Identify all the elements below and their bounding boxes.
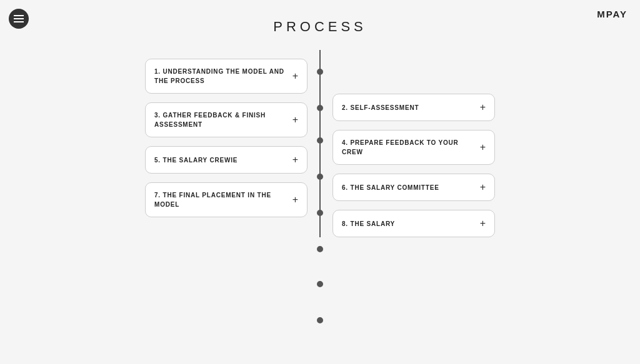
process-layout: 1. UNDERSTANDING THE MODEL AND THE PROCE…	[145, 50, 495, 237]
card-plus-icon: +	[292, 71, 298, 82]
card-label: 1. UNDERSTANDING THE MODEL AND THE PROCE…	[154, 67, 288, 86]
card-label: 4. PREPARE FEEDBACK TO YOUR CREW	[342, 138, 475, 157]
process-card-card-7[interactable]: 7. THE FINAL PLACEMENT IN THE MODEL +	[145, 182, 308, 217]
card-label: 7. THE FINAL PLACEMENT IN THE MODEL	[154, 190, 288, 209]
card-plus-icon: +	[292, 194, 298, 205]
process-card-card-6[interactable]: 6. THE SALARY COMMITTEE +	[332, 174, 495, 201]
card-plus-icon: +	[480, 182, 486, 193]
timeline-dot-4	[317, 174, 323, 180]
card-label: 6. THE SALARY COMMITTEE	[342, 183, 475, 192]
svg-rect-1	[14, 18, 24, 19]
process-card-card-2[interactable]: 2. SELF-ASSESSMENT +	[332, 94, 495, 121]
timeline-line	[319, 50, 321, 237]
page-title: PROCESS	[0, 19, 640, 35]
right-column: 2. SELF-ASSESSMENT + 4. PREPARE FEEDBACK…	[320, 50, 495, 237]
logo: MPAY	[597, 9, 628, 19]
process-card-card-1[interactable]: 1. UNDERSTANDING THE MODEL AND THE PROCE…	[145, 59, 308, 94]
card-label: 5. THE SALARY CREWIE	[154, 155, 288, 165]
card-plus-icon: +	[480, 142, 486, 153]
card-label: 2. SELF-ASSESSMENT	[342, 103, 475, 112]
process-content: 1. UNDERSTANDING THE MODEL AND THE PROCE…	[0, 44, 640, 364]
timeline-dot-8	[317, 317, 323, 323]
svg-rect-2	[14, 21, 24, 22]
card-plus-icon: +	[292, 154, 298, 165]
menu-button[interactable]	[9, 9, 29, 29]
timeline-dot-6	[317, 246, 323, 252]
process-card-card-3[interactable]: 3. GATHER FEEDBACK & FINISH ASSESSMENT +	[145, 102, 308, 137]
svg-rect-0	[14, 15, 24, 16]
timeline-dot-3	[317, 137, 323, 144]
process-card-card-5[interactable]: 5. THE SALARY CREWIE +	[145, 146, 308, 174]
timeline-dot-5	[317, 210, 323, 216]
card-label: 8. THE SALARY	[342, 219, 475, 229]
card-label: 3. GATHER FEEDBACK & FINISH ASSESSMENT	[154, 111, 288, 129]
left-column: 1. UNDERSTANDING THE MODEL AND THE PROCE…	[145, 50, 320, 237]
card-plus-icon: +	[480, 102, 486, 113]
timeline-dot-2	[317, 105, 323, 111]
process-card-card-4[interactable]: 4. PREPARE FEEDBACK TO YOUR CREW +	[332, 130, 495, 165]
timeline-dot-7	[317, 281, 323, 287]
process-card-card-8[interactable]: 8. THE SALARY +	[332, 210, 495, 237]
card-plus-icon: +	[292, 114, 298, 125]
timeline-dot-1	[317, 69, 323, 75]
card-plus-icon: +	[480, 218, 486, 229]
